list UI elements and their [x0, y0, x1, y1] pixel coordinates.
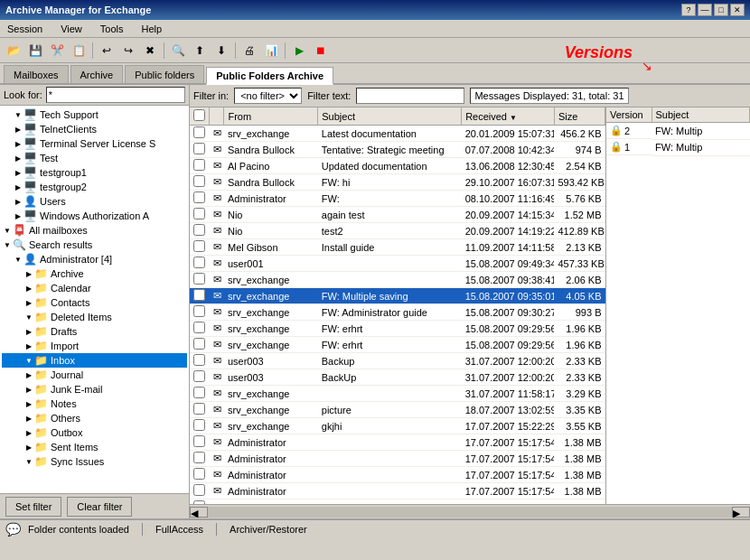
tree-item[interactable]: ▶🖥️TelnetClients — [2, 122, 187, 136]
scroll-left-btn[interactable]: ◀ — [190, 507, 208, 518]
table-row[interactable]: ✉ Sandra Bullock FW: hi 29.10.2007 16:07… — [190, 174, 605, 191]
tree-expander[interactable]: ▼ — [13, 109, 23, 120]
toolbar-cut[interactable]: ✂️ — [47, 41, 67, 61]
tree-expander[interactable]: ▶ — [23, 297, 34, 308]
tree-item[interactable]: ▼👤Administrator [4] — [2, 252, 187, 266]
row-checkbox[interactable] — [190, 191, 210, 207]
tree-expander[interactable]: ▶ — [23, 398, 34, 409]
toolbar-paste[interactable]: 📋 — [69, 41, 89, 61]
tree-expander[interactable]: ▼ — [13, 254, 23, 265]
clear-filter-button[interactable]: Clear filter — [67, 497, 132, 517]
table-row[interactable]: ✉ Sandra Bullock Tentative: Strategic me… — [190, 142, 605, 158]
tree-item[interactable]: ▶📁Notes — [2, 397, 187, 411]
tab-public-folders-archive[interactable]: Public Folders Archive — [206, 67, 333, 85]
menu-help[interactable]: Help — [137, 23, 165, 35]
toolbar-start[interactable]: ▶ — [289, 41, 309, 61]
scroll-track[interactable] — [208, 507, 732, 518]
table-row[interactable]: ✉ srv_exchange picture 18.07.2007 13:02:… — [190, 402, 605, 418]
table-row[interactable]: ✉ user001 15.08.2007 09:49:34 457.33 KB — [190, 256, 605, 272]
tree-item[interactable]: ▶📁Sent Items — [2, 440, 187, 454]
col-header-received[interactable]: Received ▼ — [462, 107, 555, 126]
toolbar-open[interactable]: 📂 — [4, 41, 23, 61]
col-header-size[interactable]: Size — [554, 107, 605, 126]
tree-item[interactable]: ▶📁Drafts — [2, 324, 187, 339]
table-row[interactable]: ✉ srv_exchange Latest documentation 20.0… — [190, 126, 605, 142]
row-checkbox[interactable] — [190, 158, 210, 174]
col-header-subject[interactable]: Subject — [318, 107, 462, 126]
tree-expander[interactable]: ▶ — [13, 196, 23, 207]
toolbar-undo[interactable]: ↩ — [97, 41, 117, 61]
row-checkbox[interactable] — [190, 418, 210, 434]
tree-expander[interactable]: ▼ — [2, 225, 13, 236]
toolbar-redo[interactable]: ↪ — [118, 41, 138, 61]
tree-expander[interactable]: ▶ — [13, 167, 23, 178]
tree-expander[interactable]: ▶ — [13, 210, 23, 221]
tree-expander[interactable]: ▶ — [13, 138, 23, 149]
tree-item[interactable]: ▶👤Users — [2, 194, 187, 209]
menu-tools[interactable]: Tools — [97, 23, 127, 35]
table-row[interactable]: ✉ srv_exchange 15.08.2007 09:38:41 2.06 … — [190, 272, 605, 288]
tree-expander[interactable]: ▶ — [13, 182, 23, 192]
filter-text-input[interactable] — [356, 88, 464, 104]
table-row[interactable]: ✉ Administrator 17.07.2007 15:17:54 1.38… — [190, 483, 605, 499]
tree-expander[interactable]: ▶ — [23, 326, 34, 337]
tree-item[interactable]: ▶📁Others — [2, 411, 187, 425]
row-checkbox[interactable] — [190, 174, 210, 191]
table-row[interactable]: ✉ srv_exchange FW: Multiple saving 15.08… — [190, 288, 605, 304]
scroll-right-btn[interactable]: ▶ — [732, 507, 750, 518]
look-for-input[interactable] — [46, 87, 185, 103]
version-col-subject[interactable]: Subject — [652, 107, 750, 123]
menu-session[interactable]: Session — [4, 23, 46, 35]
table-row[interactable]: ✉ Administrator 17.07.2007 15:17:54 1.38… — [190, 434, 605, 451]
tree-item[interactable]: ▶📁Junk E-mail — [2, 382, 187, 397]
toolbar-up[interactable]: ⬆ — [190, 41, 210, 61]
row-checkbox[interactable] — [190, 223, 210, 239]
table-row[interactable]: ✉ srv_exchange gkjhi 17.07.2007 15:22:29… — [190, 418, 605, 434]
tree-expander[interactable]: ▶ — [23, 384, 34, 395]
minimize-btn[interactable]: — — [698, 4, 712, 16]
version-col-version[interactable]: Version — [606, 107, 652, 123]
table-row[interactable]: ✉ Nio again test 20.09.2007 14:15:34 1.5… — [190, 207, 605, 223]
col-header-icon[interactable] — [210, 107, 224, 126]
tree-item[interactable]: ▶📁Import — [2, 339, 187, 353]
toolbar-down[interactable]: ⬇ — [211, 41, 231, 61]
tree-item[interactable]: ▶📁Calendar — [2, 281, 187, 295]
col-header-check[interactable] — [190, 107, 210, 126]
tree-item[interactable]: ▼📁Deleted Items — [2, 310, 187, 324]
tree-expander[interactable]: ▶ — [23, 413, 34, 424]
maximize-btn[interactable]: □ — [714, 4, 728, 16]
set-filter-button[interactable]: Set filter — [5, 497, 61, 517]
table-row[interactable]: ✉ user003 Backup 31.07.2007 12:00:20 2.3… — [190, 353, 605, 369]
toolbar-report[interactable]: 📊 — [261, 41, 281, 61]
row-checkbox[interactable] — [190, 321, 210, 337]
table-row[interactable]: ✉ Nio test2 20.09.2007 14:19:22 412.89 K… — [190, 223, 605, 239]
row-checkbox[interactable] — [190, 239, 210, 256]
table-row[interactable]: ✉ Administrator FW: 08.10.2007 11:16:49 … — [190, 191, 605, 207]
toolbar-save[interactable]: 💾 — [25, 41, 45, 61]
tree-expander[interactable]: ▼ — [23, 355, 34, 366]
tree-item[interactable]: ▶📁Archive — [2, 266, 187, 281]
close-btn[interactable]: ✕ — [730, 4, 745, 16]
tree-expander[interactable]: ▼ — [2, 239, 13, 250]
table-row[interactable]: ✉ Al Pacino Updated documentation 13.06.… — [190, 158, 605, 174]
row-checkbox[interactable] — [190, 369, 210, 386]
row-checkbox[interactable] — [190, 434, 210, 451]
toolbar-stop[interactable]: ⏹ — [311, 41, 331, 61]
tree-item[interactable]: ▼📁Sync Issues — [2, 454, 187, 469]
version-row[interactable]: 🔒 1 FW: Multip — [606, 139, 750, 155]
tree-expander[interactable]: ▶ — [23, 283, 34, 294]
tree-item[interactable]: ▶📁Journal — [2, 368, 187, 382]
tree-expander[interactable]: ▼ — [23, 456, 34, 467]
row-checkbox[interactable] — [190, 483, 210, 499]
row-checkbox[interactable] — [190, 256, 210, 272]
select-all-check[interactable] — [193, 109, 205, 121]
tab-archive[interactable]: Archive — [70, 65, 124, 83]
col-header-from[interactable]: From — [224, 107, 318, 126]
tree-expander[interactable]: ▶ — [23, 341, 34, 351]
tree-item[interactable]: ▶🖥️testgroup1 — [2, 165, 187, 180]
h-scrollbar[interactable]: ◀ ▶ — [190, 504, 750, 518]
tree-item[interactable]: ▶🖥️Windows Authorization A — [2, 209, 187, 223]
tab-mailboxes[interactable]: Mailboxes — [4, 65, 69, 83]
row-checkbox[interactable] — [190, 451, 210, 467]
tree-expander[interactable]: ▶ — [23, 369, 34, 380]
